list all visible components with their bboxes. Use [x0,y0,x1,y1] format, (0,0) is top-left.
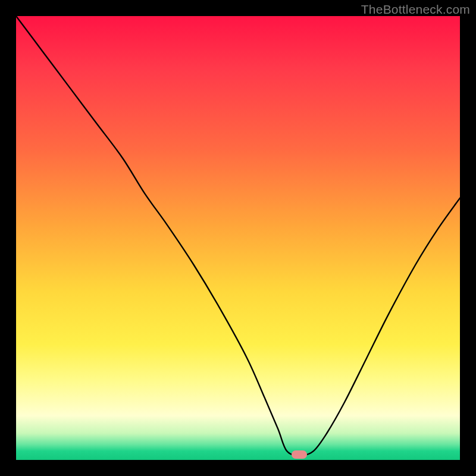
chart-frame: TheBottleneck.com [0,0,476,476]
watermark-text: TheBottleneck.com [361,2,470,17]
optimum-marker [292,450,307,459]
bottleneck-curve [16,16,460,460]
plot-area [16,16,460,460]
